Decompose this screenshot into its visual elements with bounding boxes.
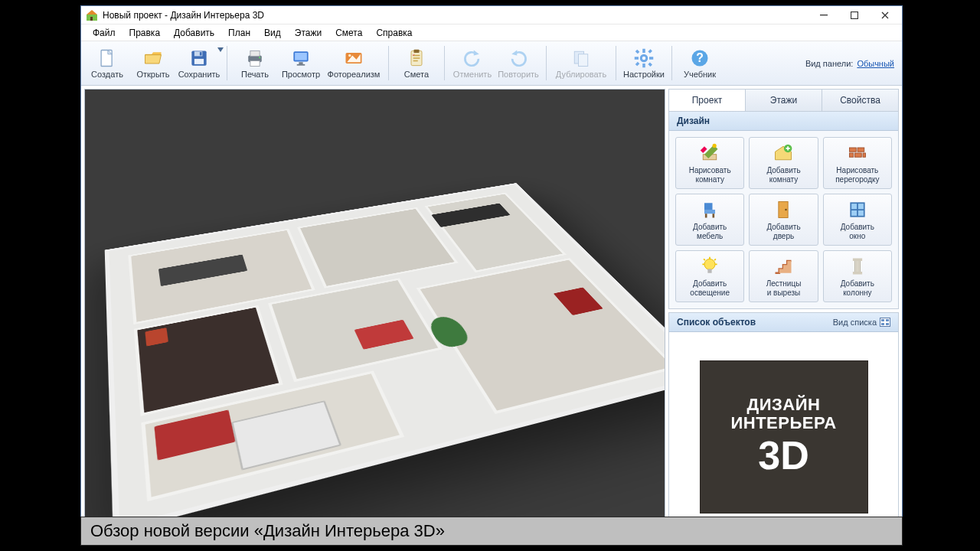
right-panel: ПроектЭтажиСвойства Дизайн Нарисоватьком…	[668, 89, 899, 542]
menu-справка[interactable]: Справка	[369, 24, 419, 41]
svg-rect-50	[713, 214, 715, 217]
svg-point-38	[642, 57, 645, 60]
ad-area: ДИЗАЙН ИНТЕРЬЕРА 3D	[669, 332, 898, 541]
design-draw-wall-button[interactable]: Нарисоватьперегородку	[823, 137, 892, 189]
svg-rect-60	[881, 319, 884, 321]
close-button[interactable]	[870, 6, 900, 24]
stairs-icon	[773, 256, 794, 277]
svg-rect-2	[90, 17, 93, 21]
panel-tab-1[interactable]: Этажи	[746, 90, 822, 111]
toolbar-open-button[interactable]: Открыть	[130, 43, 176, 83]
svg-rect-58	[853, 272, 862, 275]
objects-header: Список объектов Вид списка	[669, 313, 898, 332]
svg-point-22	[348, 54, 351, 57]
svg-rect-14	[250, 61, 260, 67]
svg-rect-55	[708, 269, 712, 273]
menu-план[interactable]: План	[221, 24, 257, 41]
design-header: Дизайн	[669, 112, 898, 131]
toolbar-create-label: Создать	[91, 70, 123, 79]
svg-marker-26	[511, 51, 517, 56]
svg-rect-10	[200, 52, 202, 55]
ad-line2: ИНТЕРЬЕРА	[730, 414, 836, 432]
menu-этажи[interactable]: Этажи	[288, 24, 328, 41]
design-add-light-button[interactable]: Добавитьосвещение	[675, 250, 744, 302]
toolbar-estimate-label: Смета	[404, 70, 429, 79]
toolbar-print-button[interactable]: Печать	[232, 43, 278, 83]
svg-rect-62	[881, 323, 884, 325]
toolbar: СоздатьОткрытьСохранитьПечатьПросмотрФот…	[81, 41, 902, 86]
chair-icon	[699, 199, 720, 220]
design-add-column-button[interactable]: Добавитьколонну	[823, 250, 892, 302]
design-draw-room-label: Нарисоватькомнату	[689, 166, 731, 184]
toolbar-photoreal-button[interactable]: Фотореализм	[324, 43, 384, 83]
toolbar-estimate-button[interactable]: Смета	[394, 43, 439, 83]
design-stairs-button[interactable]: Лестницыи вырезы	[749, 250, 818, 302]
design-add-furn-label: Добавитьмебель	[693, 223, 727, 240]
panel-tab-2[interactable]: Свойства	[822, 90, 898, 111]
svg-rect-37	[635, 62, 640, 67]
titlebar: Новый проект - Дизайн Интерьера 3D	[81, 6, 902, 24]
menu-добавить[interactable]: Добавить	[167, 24, 221, 41]
design-add-window-label: Добавитьокно	[841, 223, 874, 240]
floorplan-render	[85, 90, 665, 541]
menu-файл[interactable]: Файл	[86, 24, 122, 41]
caption-text: Обзор новой версии «Дизайн Интерьера 3D»	[90, 521, 445, 541]
design-draw-room-button[interactable]: Нарисоватькомнату	[675, 137, 744, 189]
undo-icon	[462, 47, 483, 69]
design-add-column-label: Добавитьколонну	[841, 279, 874, 297]
door-icon	[773, 199, 794, 220]
svg-rect-34	[635, 50, 640, 54]
window-title: Новый проект - Дизайн Интерьера 3D	[103, 10, 264, 21]
toolbar-help-label: Учебник	[684, 70, 716, 79]
svg-rect-18	[299, 62, 302, 64]
panel-view-mode: Вид панели: Обычный	[805, 43, 897, 83]
ad-line3: 3D	[758, 434, 808, 478]
toolbar-preview-button[interactable]: Просмотр	[278, 43, 324, 83]
viewmode-link[interactable]: Обычный	[857, 59, 894, 68]
design-add-furn-button[interactable]: Добавитьмебель	[675, 194, 744, 246]
bulb-icon	[699, 256, 720, 277]
toolbar-duplicate-label: Дублировать	[556, 70, 606, 79]
objects-section: Список объектов Вид списка ДИЗАЙН ИНТЕРЬ…	[668, 312, 899, 542]
viewmode-label: Вид панели:	[805, 59, 853, 68]
svg-rect-13	[250, 51, 260, 56]
toolbar-redo-label: Повторить	[498, 70, 539, 79]
help-icon: ?	[689, 47, 710, 69]
list-view-toggle[interactable]	[880, 318, 890, 327]
maximize-button[interactable]	[839, 6, 870, 24]
toolbar-help-button[interactable]: ?Учебник	[677, 43, 723, 83]
svg-rect-36	[648, 49, 652, 54]
gear-icon	[633, 47, 655, 69]
render-icon	[343, 47, 364, 69]
video-caption: Обзор новой версии «Дизайн Интерьера 3D»	[80, 517, 903, 546]
design-add-door-button[interactable]: Добавитьдверь	[749, 194, 818, 246]
svg-rect-31	[642, 64, 645, 67]
svg-rect-63	[886, 323, 889, 325]
clipboard-icon	[406, 47, 427, 69]
file-new-icon	[96, 47, 118, 69]
menu-вид[interactable]: Вид	[257, 24, 288, 41]
toolbar-settings-button[interactable]: Настройки	[621, 43, 667, 83]
minimize-button[interactable]	[808, 6, 839, 24]
redo-icon	[508, 47, 529, 69]
design-add-window-button[interactable]: Добавитьокно	[823, 194, 892, 246]
folder-open-icon	[142, 47, 164, 69]
panel-tab-0[interactable]: Проект	[669, 90, 746, 111]
menu-смета[interactable]: Смета	[328, 24, 369, 41]
toolbar-undo-label: Отменить	[453, 70, 492, 79]
svg-rect-48	[863, 153, 866, 157]
svg-marker-11	[217, 47, 224, 52]
svg-point-42	[713, 144, 717, 148]
toolbar-save-button[interactable]: Сохранить	[176, 43, 222, 83]
toolbar-create-button[interactable]: Создать	[84, 43, 130, 83]
design-add-room-button[interactable]: Добавитькомнату	[749, 137, 818, 189]
diskette-icon	[188, 47, 210, 69]
svg-rect-30	[642, 49, 645, 53]
wall-icon	[847, 142, 868, 164]
toolbar-redo-button: Повторить	[495, 43, 541, 83]
ad-banner[interactable]: ДИЗАЙН ИНТЕРЬЕРА 3D	[700, 360, 868, 514]
viewport-3d[interactable]	[84, 89, 665, 542]
svg-rect-33	[649, 57, 653, 60]
pencil-room-icon	[699, 142, 720, 164]
menu-правка[interactable]: Правка	[122, 24, 168, 41]
